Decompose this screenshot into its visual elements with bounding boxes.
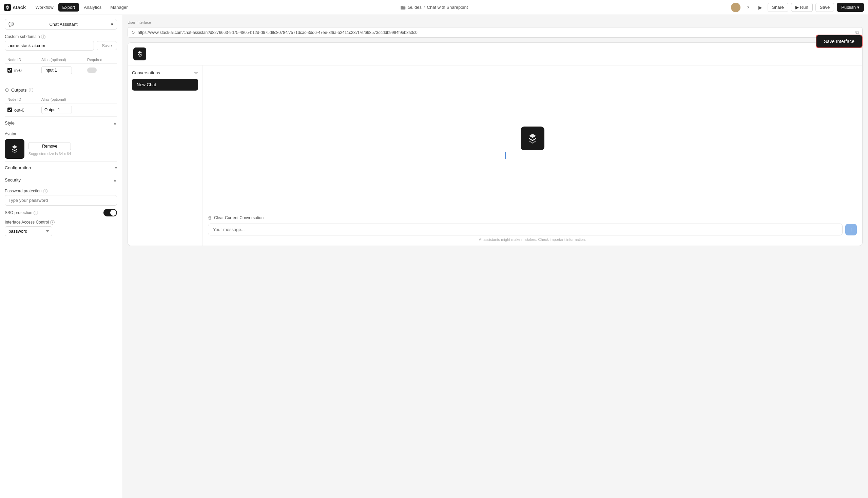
folder-icon [400,5,406,10]
style-label: Style [5,120,15,126]
run-label: Run [800,5,808,10]
avatar-actions: Remove Suggested size is 64 x 64 [28,142,71,156]
breadcrumb-separator: / [424,5,425,10]
help-button[interactable]: ? [743,3,753,12]
inputs-table-header: Node ID Alias (optional) Required [5,56,117,64]
outputs-header: ⊙ Outputs i [5,87,117,93]
input-node-cell: in-0 [8,68,41,73]
chat-disclaimer: AI assistants might make mistakes. Check… [208,237,857,241]
clear-conversation-button[interactable]: 🗑 Clear Current Conversation [208,215,857,220]
chat-message-input[interactable] [208,224,843,235]
outputs-label: Outputs [11,88,27,93]
chat-input-row: ↑ [208,224,857,235]
input-checkbox[interactable] [8,68,12,73]
access-control-label: Interface Access Control i [5,220,117,225]
outputs-icon: ⊙ [5,87,9,93]
tab-manager[interactable]: Manager [106,3,132,12]
input-row-in0: in-0 [5,64,117,77]
style-section-header[interactable]: Style ▲ [5,117,117,129]
tab-analytics[interactable]: Analytics [80,3,105,12]
url-bar: ↻ https://www.stack-ai.com/chat-assistan… [128,27,863,38]
chat-footer: 🗑 Clear Current Conversation ↑ AI assist… [202,211,862,246]
outputs-table-header: Node ID Alias (optional) [5,96,117,104]
top-nav: stack Workflow Export Analytics Manager … [0,0,868,15]
avatar-stack-icon [9,144,20,154]
sso-toggle[interactable] [103,209,117,217]
security-content: Password protection i SSO protection i I… [5,186,117,239]
new-chat-button[interactable]: New Chat [132,79,198,91]
configuration-label: Configuration [5,165,31,170]
save-interface-button[interactable]: Save Interface [816,35,863,48]
chat-preview-logo [133,48,146,61]
security-section-header[interactable]: Security ▲ [5,174,117,186]
clear-label: Clear Current Conversation [214,215,264,220]
refresh-icon[interactable]: ↻ [131,30,135,35]
chat-assistant-select[interactable]: 💬 Chat Assistant ▾ [5,19,117,29]
subdomain-save-button[interactable]: Save [97,41,117,50]
send-message-button[interactable]: ↑ [845,224,857,235]
subdomain-info-icon[interactable]: i [41,35,45,39]
text-cursor [505,152,506,159]
avatar-image [5,139,24,159]
logo-text: stack [13,4,26,10]
logo: stack [4,4,26,11]
main-layout: 💬 Chat Assistant ▾ Custom subdomain i Sa… [0,15,868,498]
avatar-section: Avatar Remove Suggested size is 64 x 64 [5,129,117,161]
access-info-icon[interactable]: i [50,220,55,225]
conversations-row: Conversations ✏ [132,70,198,75]
publish-button[interactable]: Publish ▾ [837,3,864,12]
select-chevron-icon: ▾ [111,22,113,27]
chat-sidebar: Conversations ✏ New Chat [128,65,202,246]
configuration-chevron-icon: ▾ [115,166,117,170]
save-button[interactable]: Save [815,3,834,12]
trash-icon: 🗑 [208,215,212,220]
share-button[interactable]: Share [767,3,788,12]
conversations-label: Conversations [132,70,160,75]
breadcrumb: Guides / Chat with Sharepoint [400,5,468,10]
right-panel: Save Interface User Interface ↻ https://… [122,15,868,498]
avatar-hint: Suggested size is 64 x 64 [28,152,71,156]
breadcrumb-folder-name: Guides [408,5,422,10]
subdomain-input[interactable] [5,41,94,51]
password-info-icon[interactable]: i [43,189,48,193]
chat-preview-header [128,43,862,65]
url-text: https://www.stack-ai.com/chat-assistant/… [138,30,853,35]
user-avatar[interactable] [731,3,740,12]
output-alias-field[interactable] [41,106,72,114]
input-node-id: in-0 [14,68,22,73]
tab-export[interactable]: Export [58,3,79,12]
password-protection-label: Password protection i [5,188,117,193]
output-row-out0: out-0 [5,104,117,117]
configuration-section-header[interactable]: Configuration ▾ [5,161,117,174]
security-chevron-icon: ▲ [113,178,117,183]
chat-icon: 💬 [9,22,14,27]
chat-center-logo [521,127,544,150]
security-label: Security [5,178,21,183]
avatar-label: Avatar [5,132,117,136]
chat-preview: Conversations ✏ New Chat [128,42,863,246]
edit-icon[interactable]: ✏ [194,70,198,75]
sso-label: SSO protection i [5,210,38,215]
ui-label: User Interface [128,21,863,24]
play-settings-button[interactable]: ▶ [755,3,765,12]
chat-messages-area [202,65,862,211]
tab-workflow[interactable]: Workflow [31,3,57,12]
input-required-toggle[interactable] [87,67,97,73]
output-checkbox[interactable] [8,107,12,112]
avatar-row: Remove Suggested size is 64 x 64 [5,139,117,159]
run-button[interactable]: ▶ Run [791,3,813,12]
sso-info-icon[interactable]: i [34,211,38,215]
divider [5,82,117,82]
top-right-actions: ? ▶ Share ▶ Run Save Publish ▾ [731,3,864,12]
input-alias-field[interactable] [41,66,72,74]
outputs-info-icon[interactable]: i [29,88,33,92]
subdomain-label: Custom subdomain i [5,34,117,39]
output-node-id: out-0 [14,107,24,113]
access-control-select[interactable]: password public private [5,226,52,236]
subdomain-row: Save [5,41,117,51]
run-icon: ▶ [795,5,799,10]
remove-avatar-button[interactable]: Remove [28,142,71,150]
publish-label: Publish [841,5,856,10]
password-input[interactable] [5,195,117,206]
style-chevron-icon: ▲ [113,121,117,126]
